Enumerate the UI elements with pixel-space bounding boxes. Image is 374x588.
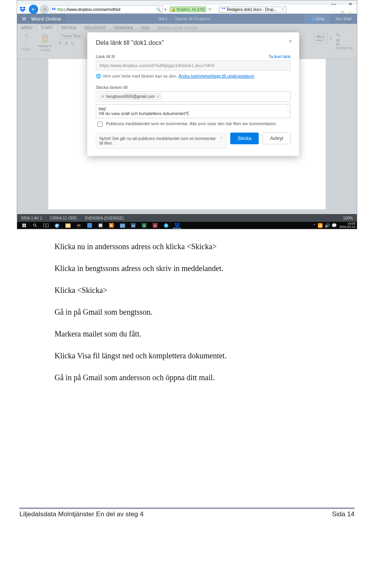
app-generic-icon[interactable] [85,223,94,228]
cancel-button[interactable]: Avbryt [263,133,291,144]
url-scheme: https [57,7,65,12]
status-words: CIRKA 11 ORD [50,216,77,220]
screenshot-container: — ▭ ✕ https://www.dropbox.com/ow/msft/ed… [17,0,357,229]
ie-icon[interactable] [162,223,170,228]
tip-box: Nyhet! Det går nu att publicera meddelan… [96,133,226,149]
media-icon[interactable] [107,223,116,228]
footer-left: Liljedalsdata Molntjänster En del av ste… [19,510,143,518]
tray-up-icon[interactable]: ˄ [313,223,315,228]
svg-rect-16 [99,224,102,227]
edge-icon[interactable] [53,223,61,228]
svg-rect-10 [65,224,71,228]
url-text: ://www.dropbox.com/ow/msft/ed [65,7,120,12]
svg-rect-14 [87,223,92,228]
tip-close-icon[interactable]: × [221,135,223,140]
folder2-icon[interactable] [118,223,127,228]
reload-icon[interactable]: ↻ [208,7,212,12]
instruction-line: Klicka nu in anderssons adress och klick… [55,241,319,252]
globe-icon: 🌐 [96,74,101,78]
start-icon[interactable] [20,223,28,228]
nav-forward-button[interactable] [40,5,49,14]
search-taskbar-icon[interactable] [31,223,39,228]
recipient-chip[interactable]: ✉ bengtsson5559@gmail.com × [99,93,162,100]
app-generic2-icon[interactable] [96,223,105,228]
publish-checkbox[interactable] [97,122,102,127]
send-to-label: Skicka länken till [96,85,291,90]
svg-point-4 [34,224,36,226]
permission-row: 🌐 Vem som helst med länken kan se den. Ä… [96,74,291,79]
instruction-line: Markera mailet som du fått. [55,328,319,339]
svg-rect-13 [79,225,80,226]
page-footer: Liljedalsdata Molntjänster En del av ste… [19,510,355,518]
status-zoom[interactable]: 100% [343,216,353,220]
store-icon[interactable] [74,223,83,228]
link-label: Länk till fil [96,54,115,59]
change-permission-link[interactable]: Ändra behörighet/lägg till utgångsdatum [178,74,254,78]
remove-link[interactable]: Ta bort länk [268,54,291,59]
wifi-icon[interactable]: 📶 [318,223,323,228]
dropdown-icon[interactable]: ▾ [164,7,167,12]
chip-remove-icon[interactable]: × [157,94,159,99]
nav-back-button[interactable] [29,5,38,14]
publish-label: Publicera meddelandet som en kommentar. … [106,121,277,126]
clock[interactable]: 15:05 2016-03-13 [339,222,355,228]
scroll-arrows[interactable]: ˄˅ [287,106,289,115]
instruction-line: Gå in på Gmail som andersson och öppna d… [55,372,319,383]
message-textarea[interactable]: Hej! Vill du vara snäll och komplettera … [96,104,291,118]
svg-line-5 [36,226,37,227]
notifications-icon[interactable]: 💬 [332,223,337,228]
tab-title: Redigera dok1.docx - Drop... [227,7,277,12]
svg-text:W: W [132,224,135,228]
ssl-identity[interactable]: 🔒 Dropbox, Inc [US] [170,7,206,12]
dropbox-favicon-icon [52,7,56,11]
dialog-close-icon[interactable]: × [289,38,292,45]
svg-text:A: A [154,224,156,228]
task-view-icon[interactable] [42,223,50,228]
share-link-dialog: × Dela länk till "dok1.docx" Länk till f… [87,32,299,156]
dropbox-icon [19,5,26,13]
status-bar: SIDA 1 AV 1 CIRKA 11 ORD SVENSKA (SVERIG… [17,214,357,222]
svg-rect-12 [78,225,79,226]
volume-icon[interactable]: 🔊 [325,223,330,228]
access-icon[interactable]: A [151,223,159,228]
recipient-field[interactable]: ✉ bengtsson5559@gmail.com × [96,91,291,102]
status-page: SIDA 1 AV 1 [21,216,42,220]
share-url-field[interactable]: https://www.dropbox.com/s/97lu8fq5gqz14h… [96,60,291,71]
address-bar[interactable]: https://www.dropbox.com/ow/msft/ed 🔍 [50,5,163,13]
svg-text:X: X [143,224,145,228]
svg-rect-7 [46,224,48,227]
excel-taskbar-icon[interactable]: X [140,223,148,228]
dropbox-tab-icon [222,7,226,11]
browser-tab[interactable]: Redigera dok1.docx - Drop... × [219,7,287,12]
svg-rect-20 [120,224,125,228]
windows-taskbar: W X A ˄ 📶 🔊 💬 15:05 2016-03-13 [17,222,357,229]
search-icon[interactable]: 🔍 [156,7,161,12]
svg-rect-6 [44,224,46,227]
instruction-line: Gå in på Gmail som bengtsson. [55,306,319,317]
tab-close-icon[interactable]: × [281,7,284,12]
browser-toolbar: https://www.dropbox.com/ow/msft/ed 🔍 ▾ 🔒… [17,5,357,14]
send-button[interactable]: Skicka [230,133,259,144]
word-taskbar-icon[interactable]: W [129,223,138,228]
status-lang: SVENSKA (SVERIGE) [85,216,124,220]
mail-icon: ✉ [101,94,104,99]
instruction-line: Klicka <Skicka> [55,285,319,296]
dialog-title: Dela länk till "dok1.docx" [96,39,291,46]
explorer-icon[interactable] [64,223,72,228]
dropbox-taskbar-icon[interactable] [173,222,181,228]
instruction-block: Klicka nu in anderssons adress och klick… [55,241,319,383]
instruction-line: Klicka in bengtssons adress och skriv in… [55,263,319,274]
footer-rule [19,508,355,509]
instruction-line: Klicka Visa fil längst ned och komplette… [55,350,319,361]
footer-right: Sida 14 [332,510,355,518]
